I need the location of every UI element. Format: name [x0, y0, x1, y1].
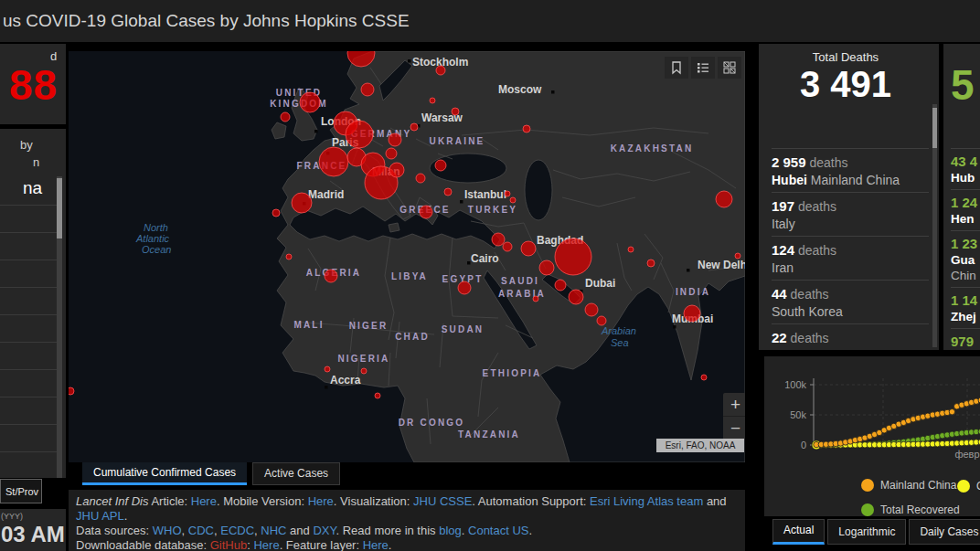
case-bubble[interactable] — [492, 233, 505, 246]
case-bubble[interactable] — [597, 316, 606, 325]
footer-link[interactable]: JHU APL — [76, 509, 124, 523]
footer-link[interactable]: Here — [308, 494, 334, 508]
case-bubble[interactable] — [533, 296, 538, 302]
scrollbar-thumb[interactable] — [57, 178, 62, 238]
country-list-row[interactable] — [0, 370, 57, 397]
footer-link[interactable]: GitHub — [210, 538, 247, 551]
chart-tab-actual[interactable]: Actual — [772, 519, 825, 545]
case-bubble[interactable] — [521, 241, 536, 256]
country-list-row[interactable] — [0, 425, 57, 452]
case-bubble[interactable] — [555, 280, 566, 291]
case-bubble[interactable] — [386, 148, 397, 159]
case-bubble[interactable] — [735, 253, 740, 259]
death-list-item[interactable]: 2 959 deathsHubei Mainland China — [772, 148, 929, 192]
footer-link[interactable]: Here — [253, 538, 279, 551]
country-list-first-item[interactable]: na — [23, 178, 42, 198]
case-bubble[interactable] — [69, 387, 74, 395]
tab-st-prov[interactable]: St/Prov — [0, 479, 42, 503]
scrollbar-thumb[interactable] — [932, 108, 937, 148]
case-bubble[interactable] — [300, 92, 320, 112]
death-list-item[interactable]: 22 deathsHenan Mainland China — [772, 323, 929, 350]
country-list-row[interactable] — [0, 288, 57, 315]
footer-link[interactable]: CDC — [188, 524, 214, 537]
world-map[interactable]: UNITEDKINGDOMGERMANYFRANCEUKRAINEKAZAKHS… — [69, 51, 745, 462]
case-bubble[interactable] — [458, 281, 471, 294]
case-bubble[interactable] — [435, 160, 446, 171]
footer-link[interactable]: ECDC — [220, 524, 254, 537]
case-bubble[interactable] — [361, 83, 374, 96]
recovered-list-item[interactable]: 1 14Zhej — [951, 287, 980, 328]
recovered-list-item[interactable]: 43 4Hub — [951, 148, 980, 189]
case-bubble[interactable] — [389, 163, 404, 177]
case-bubble[interactable] — [375, 393, 380, 398]
basemap-grid-icon[interactable] — [718, 57, 741, 79]
death-list-item[interactable]: 124 deathsIran — [772, 236, 929, 280]
zoom-in-button[interactable]: + — [723, 393, 745, 417]
case-bubble[interactable] — [416, 174, 425, 183]
case-bubble[interactable] — [389, 133, 401, 146]
case-bubble[interactable] — [361, 368, 367, 374]
death-item-line1: 22 deaths — [772, 329, 929, 347]
case-bubble[interactable] — [286, 254, 292, 260]
recovered-list-item[interactable]: 979Anh — [951, 328, 980, 350]
case-bubble[interactable] — [272, 209, 280, 217]
case-bubble[interactable] — [503, 242, 512, 251]
case-bubble[interactable] — [569, 290, 583, 304]
case-bubble[interactable] — [628, 247, 634, 252]
case-bubble[interactable] — [346, 121, 373, 148]
case-bubble[interactable] — [555, 238, 591, 275]
case-bubble[interactable] — [281, 112, 290, 122]
footer-link[interactable]: Here — [191, 494, 217, 508]
legend-item-total-recovered[interactable]: Total Recovered — [861, 503, 960, 516]
case-bubble[interactable] — [647, 260, 655, 267]
case-bubble[interactable] — [430, 98, 435, 103]
footer-link[interactable]: WHO — [153, 524, 182, 537]
country-list-row[interactable] — [0, 260, 57, 288]
case-bubble[interactable] — [325, 366, 330, 372]
country-list-row[interactable] — [0, 315, 57, 343]
country-list-row[interactable] — [0, 452, 57, 478]
bookmark-icon[interactable] — [665, 57, 688, 79]
case-bubble[interactable] — [420, 206, 432, 218]
footer-link[interactable]: Esri Living Atlas team — [590, 494, 703, 508]
case-bubble[interactable] — [325, 270, 337, 282]
death-list-item[interactable]: 197 deathsItaly — [772, 192, 929, 236]
case-bubble[interactable] — [539, 260, 554, 275]
case-bubble[interactable] — [684, 305, 700, 322]
country-list-row[interactable] — [0, 206, 57, 233]
footer-link[interactable]: NHC — [261, 524, 286, 537]
case-bubble[interactable] — [436, 66, 445, 75]
legend-dot-icon — [861, 503, 874, 516]
death-list-item[interactable]: 44 deathsSouth Korea — [772, 280, 929, 323]
zoom-out-button[interactable]: − — [723, 417, 745, 440]
country-list-row[interactable] — [0, 343, 57, 370]
case-bubble[interactable] — [510, 197, 516, 203]
case-bubble[interactable] — [505, 191, 510, 196]
footer-link[interactable]: DXY — [313, 524, 336, 537]
recovered-list-item[interactable]: 1 23GuaChin — [951, 230, 980, 287]
map-tab-cumulative-confirmed-cases[interactable]: Cumulative Confirmed Cases — [82, 462, 247, 485]
legend-item-mainland-china[interactable]: Mainland China — [861, 479, 956, 492]
case-bubble[interactable] — [292, 193, 312, 213]
legend-item-other-locations[interactable]: Other Locations — [957, 480, 980, 493]
legend-list-icon[interactable] — [691, 57, 715, 79]
footer-link[interactable]: blog — [439, 524, 462, 537]
case-bubble[interactable] — [585, 303, 598, 316]
case-bubble[interactable] — [319, 147, 348, 176]
chart-tab-daily-cases[interactable]: Daily Cases — [909, 519, 980, 545]
map-tab-active-cases[interactable]: Active Cases — [252, 462, 340, 485]
country-list-row[interactable] — [0, 397, 57, 425]
chart-tab-logarithmic[interactable]: Logarithmic — [827, 519, 906, 545]
case-bubble[interactable] — [716, 191, 732, 207]
case-bubble[interactable] — [444, 188, 452, 196]
case-bubble[interactable] — [452, 108, 459, 115]
footer-link[interactable]: Contact US — [468, 524, 528, 537]
case-bubble[interactable] — [410, 123, 418, 131]
footer-link[interactable]: JHU CSSE — [413, 494, 472, 508]
map-country-label: LIBYA — [391, 271, 428, 281]
case-bubble[interactable] — [701, 375, 707, 380]
case-bubble[interactable] — [523, 125, 530, 132]
recovered-list-item[interactable]: 1 24Hen — [951, 189, 980, 230]
footer-link[interactable]: Here — [363, 538, 389, 551]
country-list-row[interactable] — [0, 233, 57, 260]
